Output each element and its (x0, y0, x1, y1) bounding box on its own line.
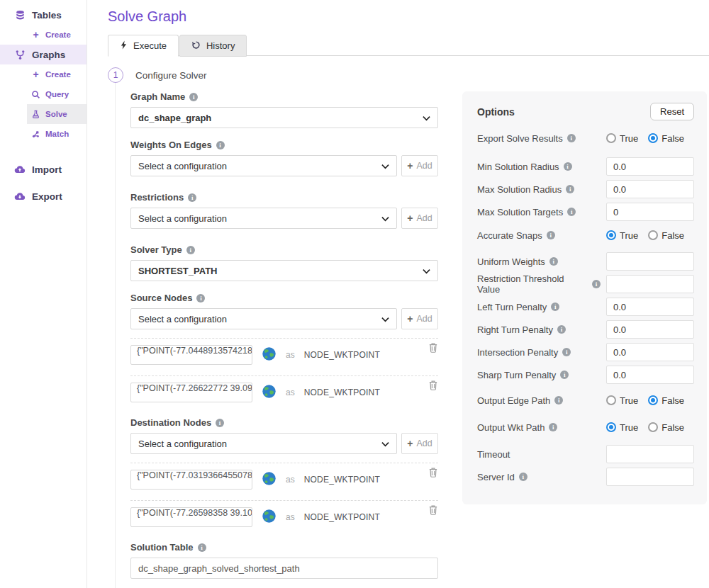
info-icon[interactable]: i (551, 303, 559, 311)
intersection-penalty-input[interactable] (606, 343, 694, 361)
globe-icon[interactable] (262, 471, 277, 489)
globe-icon[interactable] (262, 346, 277, 364)
radio-icon (606, 422, 616, 432)
info-icon[interactable]: i (188, 193, 196, 202)
option-restriction-threshold: Restriction Threshold Valuei (477, 273, 694, 295)
option-max-solution-radius: Max Solution Radiusi (477, 179, 694, 200)
solution-table-input[interactable] (130, 558, 438, 579)
info-icon[interactable]: i (560, 371, 569, 379)
graph-name-select[interactable]: dc_shape_graph (130, 107, 438, 128)
info-icon[interactable]: i (196, 294, 205, 303)
destination-nodes-add-button[interactable]: + Add (401, 433, 438, 454)
timeout-input[interactable] (606, 445, 694, 463)
destination-node-value-input[interactable]: {"POINT(-77.03193664550781 (130, 470, 252, 490)
radio-true[interactable]: True (606, 133, 638, 144)
node-type-label: NODE_WKTPOINT (304, 350, 380, 360)
app-window: Tables + Create Graphs + Create (0, 0, 709, 588)
radio-false[interactable]: False (648, 422, 684, 433)
radio-false[interactable]: False (648, 133, 684, 144)
max-solution-radius-input[interactable] (606, 180, 694, 198)
destination-node-value-input[interactable]: {"POINT(-77.26598358 39.100 (130, 507, 252, 527)
sidebar-item-export[interactable]: Export (0, 186, 86, 206)
restriction-threshold-input[interactable] (606, 275, 694, 293)
radio-icon (606, 133, 616, 143)
radio-false[interactable]: False (648, 395, 684, 406)
info-icon[interactable]: i (216, 141, 225, 149)
sharp-turn-penalty-input[interactable] (606, 366, 694, 384)
info-icon[interactable]: i (564, 162, 572, 171)
left-turn-penalty-input[interactable] (606, 298, 694, 316)
uniform-weights-input[interactable] (606, 252, 694, 271)
sidebar-item-label: Query (45, 90, 69, 98)
info-icon[interactable]: i (549, 257, 558, 266)
sidebar-item-solve[interactable]: Solve (27, 104, 86, 124)
solution-table-label: Solution Table i (130, 542, 438, 553)
radio-icon (606, 395, 616, 405)
source-node-value-input[interactable]: {"POINT(-77.04489135742188 (130, 345, 252, 365)
info-icon[interactable]: i (198, 543, 206, 552)
trash-icon[interactable] (428, 467, 438, 480)
info-icon[interactable]: i (557, 325, 566, 334)
server-id-input[interactable] (606, 468, 694, 486)
radio-true[interactable]: True (606, 422, 638, 433)
sidebar-item-query[interactable]: Query (0, 84, 86, 104)
sidebar-item-tables-create[interactable]: + Create (0, 25, 86, 45)
info-icon[interactable]: i (567, 134, 576, 142)
info-icon[interactable]: i (519, 473, 527, 481)
sidebar-item-match[interactable]: Match (0, 124, 86, 144)
tab-execute[interactable]: Execute (108, 35, 179, 57)
sidebar-item-tables[interactable]: Tables (0, 5, 86, 25)
sidebar-item-label: Import (32, 164, 62, 175)
max-solution-targets-input[interactable] (606, 203, 694, 221)
radio-false[interactable]: False (648, 230, 684, 241)
info-icon[interactable]: i (216, 419, 224, 427)
info-icon[interactable]: i (592, 280, 601, 288)
info-icon[interactable]: i (189, 93, 198, 101)
info-icon[interactable]: i (549, 423, 557, 431)
option-label: Accurate Snapsi (477, 230, 606, 241)
tab-history[interactable]: History (179, 35, 247, 57)
destination-nodes-select[interactable]: Select a configuration (130, 433, 397, 454)
min-solution-radius-input[interactable] (606, 157, 694, 176)
info-icon[interactable]: i (554, 396, 563, 405)
radio-icon (648, 230, 658, 240)
info-icon[interactable]: i (186, 246, 195, 254)
info-icon[interactable]: i (566, 185, 574, 193)
source-node-row: {"POINT(-77.26622772 39.099 as NODE_WKTP… (130, 375, 438, 405)
solver-type-select[interactable]: SHORTEST_PATH (130, 260, 438, 281)
globe-icon[interactable] (262, 509, 277, 526)
right-turn-penalty-input[interactable] (606, 320, 694, 339)
info-icon[interactable]: i (567, 208, 576, 216)
chevron-down-icon (423, 113, 430, 123)
info-icon[interactable]: i (547, 231, 555, 239)
history-icon (191, 40, 201, 52)
sidebar-item-import[interactable]: Import (0, 159, 86, 179)
sidebar-item-graphs-create[interactable]: + Create (0, 64, 86, 84)
sidebar-item-label: Match (45, 130, 69, 138)
database-icon (14, 9, 26, 21)
radio-true[interactable]: True (606, 230, 638, 241)
info-icon[interactable]: i (562, 348, 571, 356)
source-nodes-add-button[interactable]: + Add (401, 308, 438, 329)
option-label: Right Turn Penaltyi (477, 324, 606, 335)
source-node-value-input[interactable]: {"POINT(-77.26622772 39.099 (130, 383, 252, 402)
trash-icon[interactable] (428, 342, 438, 356)
sidebar-item-graphs[interactable]: Graphs (0, 45, 86, 64)
sidebar-item-label: Solve (45, 110, 67, 118)
restrictions-select[interactable]: Select a configuration (130, 208, 397, 229)
sidebar-spacer (0, 144, 86, 159)
option-export-solve-results: Export Solve Resultsi True False (477, 128, 694, 149)
option-label: Timeout (477, 449, 606, 460)
options-reset-button[interactable]: Reset (650, 103, 694, 120)
trash-icon[interactable] (428, 380, 438, 393)
restrictions-add-button[interactable]: + Add (401, 208, 438, 229)
weights-select[interactable]: Select a configuration (130, 155, 397, 176)
solver-type-group: Solver Type i SHORTEST_PATH (130, 244, 438, 281)
plus-icon: + (407, 161, 413, 171)
chevron-down-icon (381, 314, 389, 324)
radio-true[interactable]: True (606, 395, 638, 406)
globe-icon[interactable] (262, 384, 277, 402)
weights-add-button[interactable]: + Add (401, 155, 438, 176)
source-nodes-select[interactable]: Select a configuration (130, 308, 397, 329)
trash-icon[interactable] (428, 504, 438, 518)
